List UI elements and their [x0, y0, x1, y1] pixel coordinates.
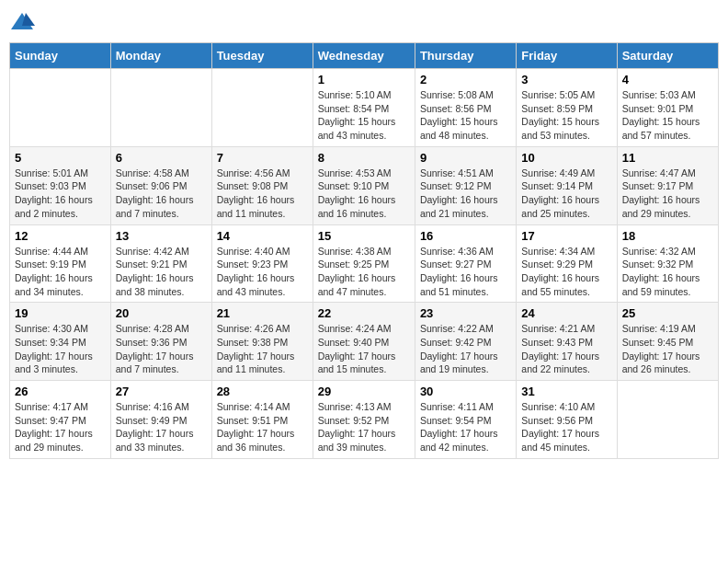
day-number: 15 — [318, 229, 410, 243]
day-number: 6 — [116, 151, 207, 165]
day-info: Sunrise: 4:19 AM Sunset: 9:45 PM Dayligh… — [622, 322, 713, 376]
logo-icon — [9, 9, 35, 35]
calendar-cell: 22Sunrise: 4:24 AM Sunset: 9:40 PM Dayli… — [313, 303, 415, 381]
calendar-cell: 31Sunrise: 4:10 AM Sunset: 9:56 PM Dayli… — [517, 381, 617, 459]
calendar-cell: 14Sunrise: 4:40 AM Sunset: 9:23 PM Dayli… — [211, 224, 313, 303]
calendar-cell: 26Sunrise: 4:17 AM Sunset: 9:47 PM Dayli… — [10, 381, 111, 459]
calendar-cell — [617, 381, 718, 459]
calendar-cell: 19Sunrise: 4:30 AM Sunset: 9:34 PM Dayli… — [10, 303, 111, 381]
calendar-cell: 1Sunrise: 5:10 AM Sunset: 8:54 PM Daylig… — [313, 69, 415, 147]
day-number: 2 — [420, 73, 511, 86]
calendar-cell: 29Sunrise: 4:13 AM Sunset: 9:52 PM Dayli… — [313, 381, 415, 459]
day-number: 20 — [116, 306, 207, 320]
calendar-cell: 6Sunrise: 4:58 AM Sunset: 9:06 PM Daylig… — [110, 146, 211, 224]
day-info: Sunrise: 4:42 AM Sunset: 9:21 PM Dayligh… — [116, 245, 207, 299]
calendar-header-row: SundayMondayTuesdayWednesdayThursdayFrid… — [10, 43, 719, 69]
calendar-table: SundayMondayTuesdayWednesdayThursdayFrid… — [9, 42, 719, 459]
day-number: 12 — [15, 229, 106, 243]
calendar-week-row: 12Sunrise: 4:44 AM Sunset: 9:19 PM Dayli… — [10, 224, 719, 303]
calendar-cell: 27Sunrise: 4:16 AM Sunset: 9:49 PM Dayli… — [110, 381, 211, 459]
day-number: 27 — [116, 385, 207, 398]
day-info: Sunrise: 5:01 AM Sunset: 9:03 PM Dayligh… — [15, 167, 106, 221]
weekday-header: Wednesday — [313, 43, 415, 69]
weekday-header: Friday — [517, 43, 617, 69]
day-info: Sunrise: 5:10 AM Sunset: 8:54 PM Dayligh… — [318, 88, 410, 143]
day-info: Sunrise: 4:58 AM Sunset: 9:06 PM Dayligh… — [116, 167, 207, 221]
calendar-cell: 24Sunrise: 4:21 AM Sunset: 9:43 PM Dayli… — [517, 303, 617, 381]
day-number: 4 — [622, 73, 713, 86]
day-number: 23 — [420, 306, 511, 320]
day-info: Sunrise: 4:44 AM Sunset: 9:19 PM Dayligh… — [15, 245, 106, 299]
day-number: 28 — [217, 385, 308, 398]
day-number: 5 — [15, 151, 106, 165]
day-info: Sunrise: 4:28 AM Sunset: 9:36 PM Dayligh… — [116, 322, 207, 376]
day-number: 17 — [521, 229, 611, 243]
calendar-cell: 2Sunrise: 5:08 AM Sunset: 8:56 PM Daylig… — [415, 69, 516, 147]
day-info: Sunrise: 4:10 AM Sunset: 9:56 PM Dayligh… — [521, 400, 611, 454]
day-number: 31 — [521, 385, 611, 398]
weekday-header: Saturday — [617, 43, 718, 69]
calendar-cell: 4Sunrise: 5:03 AM Sunset: 9:01 PM Daylig… — [617, 69, 718, 147]
day-info: Sunrise: 4:16 AM Sunset: 9:49 PM Dayligh… — [116, 400, 207, 454]
day-info: Sunrise: 4:38 AM Sunset: 9:25 PM Dayligh… — [318, 245, 410, 299]
day-number: 7 — [217, 151, 308, 165]
day-number: 22 — [318, 306, 410, 320]
weekday-header: Sunday — [10, 43, 111, 69]
day-number: 26 — [15, 385, 106, 398]
calendar-cell: 8Sunrise: 4:53 AM Sunset: 9:10 PM Daylig… — [313, 146, 415, 224]
calendar-cell: 28Sunrise: 4:14 AM Sunset: 9:51 PM Dayli… — [211, 381, 313, 459]
day-number: 9 — [420, 151, 511, 165]
calendar-cell — [110, 69, 211, 147]
day-info: Sunrise: 4:36 AM Sunset: 9:27 PM Dayligh… — [420, 245, 511, 299]
day-number: 29 — [318, 385, 410, 398]
day-number: 10 — [521, 151, 611, 165]
day-info: Sunrise: 5:08 AM Sunset: 8:56 PM Dayligh… — [420, 88, 511, 143]
day-number: 24 — [521, 306, 611, 320]
logo — [9, 9, 39, 35]
calendar-cell: 23Sunrise: 4:22 AM Sunset: 9:42 PM Dayli… — [415, 303, 516, 381]
calendar-cell — [211, 69, 313, 147]
day-number: 8 — [318, 151, 410, 165]
day-info: Sunrise: 4:47 AM Sunset: 9:17 PM Dayligh… — [622, 167, 713, 221]
day-info: Sunrise: 4:13 AM Sunset: 9:52 PM Dayligh… — [318, 400, 410, 454]
day-info: Sunrise: 4:51 AM Sunset: 9:12 PM Dayligh… — [420, 167, 511, 221]
calendar-cell: 15Sunrise: 4:38 AM Sunset: 9:25 PM Dayli… — [313, 224, 415, 303]
day-info: Sunrise: 4:34 AM Sunset: 9:29 PM Dayligh… — [521, 245, 611, 299]
calendar-cell: 3Sunrise: 5:05 AM Sunset: 8:59 PM Daylig… — [517, 69, 617, 147]
calendar-cell — [10, 69, 111, 147]
calendar-body: 1Sunrise: 5:10 AM Sunset: 8:54 PM Daylig… — [10, 69, 719, 459]
calendar-cell: 17Sunrise: 4:34 AM Sunset: 9:29 PM Dayli… — [517, 224, 617, 303]
day-info: Sunrise: 4:53 AM Sunset: 9:10 PM Dayligh… — [318, 167, 410, 221]
day-number: 14 — [217, 229, 308, 243]
calendar-cell: 21Sunrise: 4:26 AM Sunset: 9:38 PM Dayli… — [211, 303, 313, 381]
calendar-cell: 11Sunrise: 4:47 AM Sunset: 9:17 PM Dayli… — [617, 146, 718, 224]
day-number: 13 — [116, 229, 207, 243]
calendar-week-row: 19Sunrise: 4:30 AM Sunset: 9:34 PM Dayli… — [10, 303, 719, 381]
calendar-cell: 20Sunrise: 4:28 AM Sunset: 9:36 PM Dayli… — [110, 303, 211, 381]
calendar-week-row: 5Sunrise: 5:01 AM Sunset: 9:03 PM Daylig… — [10, 146, 719, 224]
calendar-week-row: 26Sunrise: 4:17 AM Sunset: 9:47 PM Dayli… — [10, 381, 719, 459]
weekday-header: Thursday — [415, 43, 516, 69]
calendar-cell: 30Sunrise: 4:11 AM Sunset: 9:54 PM Dayli… — [415, 381, 516, 459]
day-number: 30 — [420, 385, 511, 398]
day-info: Sunrise: 4:24 AM Sunset: 9:40 PM Dayligh… — [318, 322, 410, 376]
day-number: 21 — [217, 306, 308, 320]
day-number: 1 — [318, 73, 410, 86]
day-info: Sunrise: 4:26 AM Sunset: 9:38 PM Dayligh… — [217, 322, 308, 376]
day-info: Sunrise: 4:11 AM Sunset: 9:54 PM Dayligh… — [420, 400, 511, 454]
day-number: 19 — [15, 306, 106, 320]
day-info: Sunrise: 4:30 AM Sunset: 9:34 PM Dayligh… — [15, 322, 106, 376]
calendar-cell: 12Sunrise: 4:44 AM Sunset: 9:19 PM Dayli… — [10, 224, 111, 303]
page-header — [9, 9, 719, 35]
weekday-header: Tuesday — [211, 43, 313, 69]
day-info: Sunrise: 4:22 AM Sunset: 9:42 PM Dayligh… — [420, 322, 511, 376]
calendar-cell: 18Sunrise: 4:32 AM Sunset: 9:32 PM Dayli… — [617, 224, 718, 303]
calendar-cell: 16Sunrise: 4:36 AM Sunset: 9:27 PM Dayli… — [415, 224, 516, 303]
day-info: Sunrise: 4:21 AM Sunset: 9:43 PM Dayligh… — [521, 322, 611, 376]
day-info: Sunrise: 5:05 AM Sunset: 8:59 PM Dayligh… — [521, 88, 611, 143]
calendar-cell: 13Sunrise: 4:42 AM Sunset: 9:21 PM Dayli… — [110, 224, 211, 303]
day-number: 3 — [521, 73, 611, 86]
weekday-header: Monday — [110, 43, 211, 69]
day-info: Sunrise: 4:40 AM Sunset: 9:23 PM Dayligh… — [217, 245, 308, 299]
calendar-cell: 9Sunrise: 4:51 AM Sunset: 9:12 PM Daylig… — [415, 146, 516, 224]
